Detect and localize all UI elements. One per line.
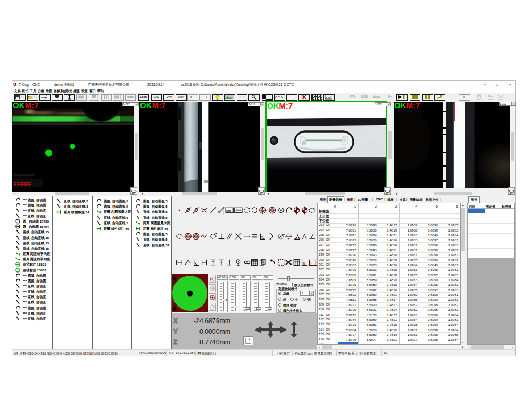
svg-text:A: A bbox=[302, 233, 307, 241]
svg-text:B: B bbox=[170, 96, 172, 99]
svg-text:o: o bbox=[316, 261, 317, 266]
svg-text:FFFFF: FFFFF bbox=[13, 181, 31, 187]
svg-text:r: r bbox=[310, 261, 312, 266]
